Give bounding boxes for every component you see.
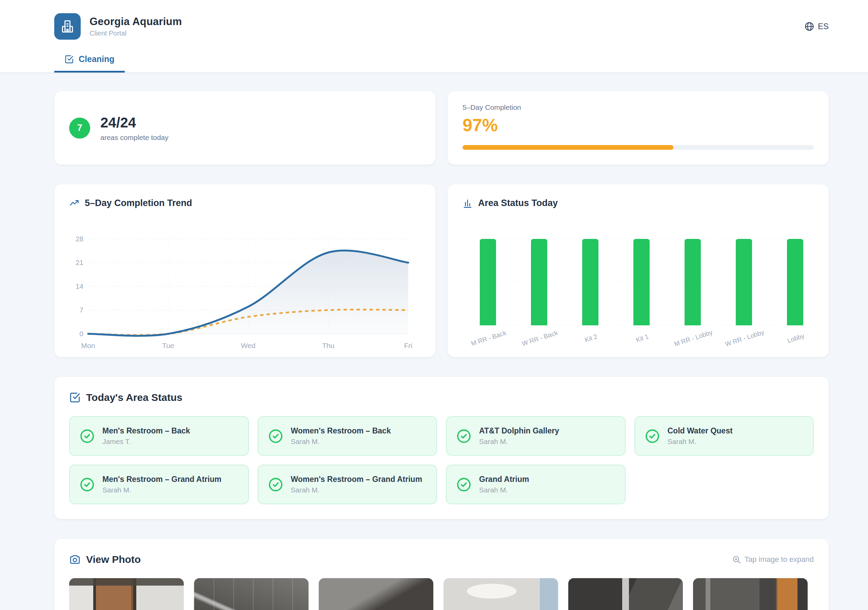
photo-thumbnail[interactable]: [693, 578, 808, 610]
tap-to-expand-label: Tap image to expand: [745, 555, 814, 564]
page-subtitle: Client Portal: [90, 29, 182, 37]
area-status-tile[interactable]: AT&T Dolphin Gallery Sarah M.: [446, 416, 626, 456]
check-square-icon: [69, 392, 81, 403]
bar-category-label: W RR - Lobby: [724, 328, 765, 348]
completion-value: 97%: [462, 115, 814, 135]
bar-category-label: Kit 1: [635, 333, 649, 344]
bar-category-label: M RR - Lobby: [673, 329, 713, 348]
area-status-tile[interactable]: Women's Restroom – Back Sarah M.: [258, 416, 437, 456]
status-bar: [633, 239, 649, 325]
completion-label: 5–Day Completion: [462, 103, 814, 111]
bar-category-label: Kit 2: [584, 333, 598, 344]
areas-complete-card: 7 24/24 areas complete today: [54, 91, 436, 165]
circle-check-icon: [268, 477, 284, 492]
area-name: AT&T Dolphin Gallery: [479, 426, 559, 435]
bar-category-label: W RR - Back: [521, 329, 559, 347]
circle-check-icon: [79, 428, 95, 444]
area-name: Cold Water Quest: [668, 426, 733, 435]
app-header: Georgia Aquarium Client Portal ES: [0, 0, 868, 73]
area-staff: Sarah M.: [291, 486, 423, 494]
area-staff: Sarah M.: [479, 438, 559, 446]
area-status-tile[interactable]: Grand Atrium Sarah M.: [446, 464, 626, 504]
photo-thumbnail[interactable]: [69, 578, 184, 610]
area-status-grid: Men's Restroom – Back James T. Women's R…: [69, 416, 814, 504]
area-name: Men's Restroom – Grand Atrium: [102, 475, 222, 484]
status-bar: [480, 239, 496, 325]
trending-up-icon: [69, 198, 79, 208]
bar-category-label: Lobby: [786, 332, 805, 344]
area-name: Men's Restroom – Back: [102, 426, 190, 435]
x-tick-label: Thu: [322, 342, 334, 349]
main-content: 7 24/24 areas complete today 5–Day Compl…: [0, 73, 868, 610]
circle-check-icon: [456, 428, 472, 444]
page-title: Georgia Aquarium: [90, 15, 182, 28]
x-tick-label: Tue: [162, 342, 174, 349]
zoom-in-icon: [732, 555, 741, 564]
photo-strip: [69, 578, 814, 610]
brand-block: Georgia Aquarium Client Portal: [54, 13, 182, 40]
count-badge: 7: [69, 118, 90, 139]
globe-icon: [804, 21, 814, 31]
x-tick-label: Wed: [241, 342, 256, 349]
circle-check-icon: [268, 428, 284, 444]
camera-icon: [69, 554, 81, 565]
completion-progress-track: [462, 145, 814, 150]
y-tick-label: 7: [79, 306, 84, 314]
tab-bar: Cleaning: [0, 50, 868, 73]
status-bar: [531, 239, 547, 325]
language-label: ES: [818, 22, 829, 31]
check-square-icon: [64, 54, 74, 64]
completion-progress-fill: [462, 145, 673, 150]
area-status-tile[interactable]: Women's Restroom – Grand Atrium Sarah M.: [258, 464, 437, 504]
tap-to-expand-hint: Tap image to expand: [732, 555, 814, 564]
area-status-tile[interactable]: Men's Restroom – Grand Atrium Sarah M.: [69, 464, 249, 504]
status-bar: [685, 239, 701, 325]
x-tick-label: Fri: [404, 342, 412, 349]
building-icon: [60, 19, 75, 34]
area-staff: Sarah M.: [102, 486, 222, 494]
y-tick-label: 21: [76, 259, 84, 266]
y-tick-label: 0: [79, 330, 84, 338]
area-status-chart: M RR - BackW RR - BackKit 2Kit 1M RR - L…: [462, 212, 810, 354]
area-status-title: Today's Area Status: [86, 392, 183, 403]
area-staff: Sarah M.: [668, 438, 733, 446]
area-name: Grand Atrium: [479, 475, 529, 484]
area-staff: Sarah M.: [291, 438, 391, 446]
view-photo-card: View Photo Tap image to expand: [54, 539, 829, 610]
area-name: Women's Restroom – Grand Atrium: [291, 475, 423, 484]
trend-chart-title: 5–Day Completion Trend: [85, 198, 192, 208]
view-photo-title: View Photo: [86, 554, 141, 565]
area-chart-title: Area Status Today: [478, 198, 558, 208]
areas-complete-caption: areas complete today: [100, 133, 169, 142]
photo-thumbnail[interactable]: [443, 578, 558, 610]
status-bar: [582, 239, 598, 325]
tab-label: Cleaning: [79, 54, 115, 64]
completion-trend-chart: 07142128MonTueWedThuFri: [69, 212, 416, 354]
photo-thumbnail[interactable]: [319, 578, 433, 610]
photo-thumbnail[interactable]: [194, 578, 308, 610]
photo-thumbnail[interactable]: [568, 578, 683, 610]
y-tick-label: 28: [76, 235, 84, 243]
y-tick-label: 14: [76, 282, 84, 290]
status-bar: [787, 239, 803, 325]
tab-cleaning[interactable]: Cleaning: [54, 50, 125, 73]
circle-check-icon: [456, 477, 472, 492]
completion-trend-card: 5–Day Completion Trend 07142128MonTueWed…: [54, 184, 436, 357]
area-status-tile[interactable]: Men's Restroom – Back James T.: [69, 416, 249, 456]
area-staff: James T.: [102, 438, 190, 446]
area-status-chart-card: Area Status Today M RR - BackW RR - Back…: [448, 184, 829, 357]
area-name: Women's Restroom – Back: [291, 426, 391, 435]
status-bar: [736, 239, 752, 325]
five-day-completion-card: 5–Day Completion 97%: [448, 91, 829, 165]
x-tick-label: Mon: [81, 342, 95, 349]
company-logo: [54, 13, 81, 40]
circle-check-icon: [645, 428, 660, 444]
bar-chart-icon: [462, 198, 473, 208]
today-area-status-card: Today's Area Status Men's Restroom – Bac…: [54, 377, 829, 519]
area-staff: Sarah M.: [479, 486, 529, 494]
circle-check-icon: [79, 477, 95, 492]
areas-complete-value: 24/24: [100, 115, 169, 131]
area-status-tile[interactable]: Cold Water Quest Sarah M.: [634, 416, 814, 456]
bar-category-label: M RR - Back: [470, 329, 507, 347]
language-switcher[interactable]: ES: [804, 21, 829, 31]
